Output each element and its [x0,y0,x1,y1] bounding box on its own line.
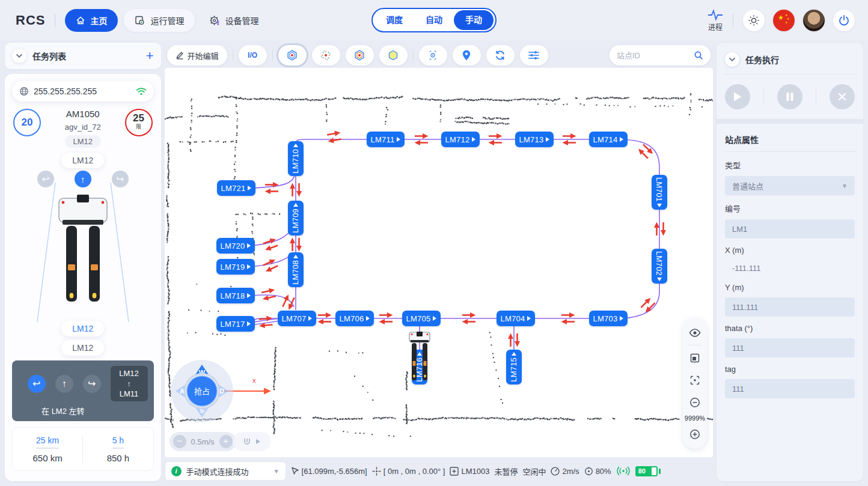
search-icon[interactable] [694,50,703,60]
idle-state: 空闲中 [522,466,546,477]
minimap-button[interactable] [683,347,707,369]
io-button[interactable]: I/O [239,45,267,65]
task-pause-button[interactable] [777,84,802,109]
layer-pointcloud-button[interactable] [312,45,340,65]
station-node-LM701[interactable]: LM701 [652,175,667,210]
tag-label: tag [725,365,855,374]
lidar-button[interactable] [419,45,447,65]
manual-joystick[interactable]: W A S D 抢占 [170,359,234,426]
nav-home[interactable]: 主页 [65,9,118,32]
zoom-out-button[interactable] [683,391,707,413]
y-label: Y (m) [725,283,855,292]
agv-detail-card: 255.255.255.255 20 AM1050 agv_id_72 LM12… [5,74,161,481]
mode-tab-manual[interactable]: 手动 [454,10,494,30]
flag-icon: ★ [778,14,784,22]
turn-right-button[interactable]: ↪ [83,375,101,393]
station-node-LM719[interactable]: LM719 [216,259,255,275]
code-input[interactable]: LM1 [725,219,855,238]
turn-right-icon[interactable]: ↪ [112,171,129,187]
pause-state: 未暂停 [494,466,518,477]
speed-minus-button[interactable]: − [173,435,186,448]
task-cancel-button[interactable] [830,84,855,109]
agv-ip-row[interactable]: 255.255.255.255 [12,81,154,102]
layer-station-button[interactable] [278,45,307,65]
mode-tab-dispatch[interactable]: 调度 [374,10,414,30]
task-play-button[interactable] [725,84,750,109]
filter-button[interactable] [520,45,548,65]
x-value: -111.111 [725,260,855,276]
nav-device[interactable]: 设备管理 [198,9,269,32]
theme-toggle-button[interactable] [743,10,765,31]
station-node-LM703[interactable]: LM703 [589,311,628,326]
layer-zone-button[interactable] [379,45,408,65]
collapse-task-exec-button[interactable] [725,52,739,67]
station-node-LM721[interactable]: LM721 [217,180,256,196]
theta-input[interactable]: 111 [725,338,855,357]
station-node-LM712[interactable]: LM712 [441,132,480,147]
language-flag-button[interactable]: ★★★★ [773,10,795,31]
axis-x-label: x [252,377,256,384]
station-node-LM705[interactable]: LM705 [402,311,441,326]
center-focus-button[interactable] [683,369,707,391]
type-label: 类型 [725,159,855,171]
station-node-LM711[interactable]: LM711 [367,132,405,147]
signal-icon [616,466,631,476]
mode-tab-auto[interactable]: 自动 [414,10,454,30]
route-from-to: LM12 ↑ LM11 [111,366,148,401]
station-node-LM717[interactable]: LM717 [216,316,255,332]
monitor-gear-icon [135,15,145,26]
station-node-LM702[interactable]: LM702 [652,249,667,284]
zoom-in-button[interactable] [683,423,707,445]
add-task-button[interactable]: + [146,50,154,62]
agv-model: AM1050 [65,109,102,119]
refresh-button[interactable] [486,45,515,65]
map-pin-icon [461,49,472,61]
collapse-task-list-button[interactable] [12,49,26,63]
station-node-LM715[interactable]: LM715 [506,350,522,384]
straight-button[interactable]: ↑ [55,375,73,393]
mode-switcher: 调度 自动 手动 [371,8,497,32]
nav-operation[interactable]: 运行管理 [124,9,195,32]
gauge-icon [551,467,560,476]
type-select[interactable]: 普通站点 ▼ [725,176,855,195]
process-button[interactable]: 进程 [708,9,723,32]
hexagon-yellow-icon [387,49,399,61]
station-node-LM708[interactable]: LM708 [288,252,304,287]
turn-left-icon[interactable]: ↩ [37,171,54,187]
station-node-LM707[interactable]: LM707 [278,311,317,326]
code-label: 编号 [725,202,855,214]
station-node-LM720[interactable]: LM720 [216,238,255,254]
agv-ip-address: 255.255.255.255 [34,87,131,96]
fork-action-button[interactable] [233,432,271,451]
turn-left-button[interactable]: ↩ [28,375,46,393]
start-edit-button[interactable]: 开始编辑 [167,45,227,65]
station-node-LM714[interactable]: LM714 [589,132,628,147]
visibility-button[interactable] [683,321,707,344]
map-canvas[interactable]: x LM710LM709LM708LM711LM712LM713LM714LM7… [165,68,713,457]
agv-map-marker[interactable] [408,331,431,384]
tag-input[interactable]: 111 [725,379,855,398]
station-node-LM718[interactable]: LM718 [216,288,255,303]
station-node-LM706[interactable]: LM706 [335,311,374,326]
station-properties-title: 站点属性 [725,130,855,147]
station-node-LM713[interactable]: LM713 [515,132,554,147]
station-node-LM710[interactable]: LM710 [288,141,304,176]
station-node-LM704[interactable]: LM704 [497,311,536,326]
speed-plus-button[interactable]: + [219,435,233,448]
svg-text:A: A [180,387,185,395]
connection-status-dropdown[interactable]: i 手动模式连接成功 ▼ [165,461,286,481]
user-avatar[interactable] [803,10,825,31]
station-search-input[interactable] [617,51,690,60]
target-icon [584,467,593,476]
station-pill: LM12 [61,153,104,168]
go-straight-icon[interactable]: ↑ [75,171,91,187]
power-icon [838,14,850,26]
locate-button[interactable] [453,45,481,65]
y-input[interactable]: 111.111 [725,297,855,317]
forklift-image [31,183,135,322]
station-node-LM709[interactable]: LM709 [288,201,304,235]
speed-state: 2m/s [551,467,579,476]
logout-button[interactable] [833,10,855,31]
task-exec-title: 任务执行 [745,53,779,65]
layer-area-button[interactable] [346,45,374,65]
